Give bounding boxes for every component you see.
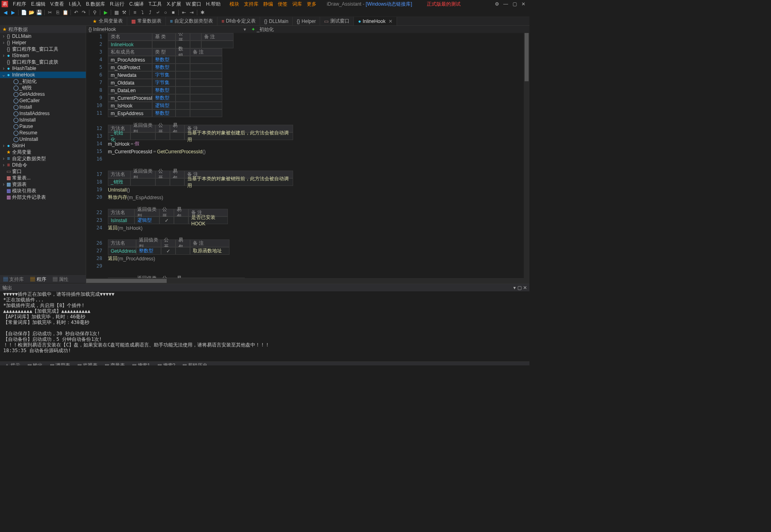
- menu-extra[interactable]: 支持库: [242, 1, 261, 8]
- tree-node[interactable]: ›{}DLLMain: [0, 33, 86, 39]
- toggle-icon[interactable]: ≡: [131, 9, 138, 16]
- menu-item[interactable]: C.编译: [127, 1, 146, 8]
- status-cliphist[interactable]: ▤ 剪辑历史: [179, 362, 211, 365]
- cut-icon[interactable]: ✂: [46, 9, 54, 16]
- code-body[interactable]: 类名 基 类 公开 备 注 InlineHook 私有成员名 类 型: [105, 33, 529, 278]
- menu-item[interactable]: H.帮助: [204, 1, 223, 8]
- status-search2[interactable]: ▤ 搜索2: [154, 362, 179, 365]
- run-icon[interactable]: ▶: [102, 9, 109, 16]
- step-out-icon[interactable]: ⤶: [154, 9, 161, 16]
- dropdown-icon[interactable]: ▾: [513, 285, 516, 291]
- check-icon[interactable]: ✓: [159, 217, 174, 224]
- menu-item[interactable]: E.编辑: [29, 1, 48, 8]
- tree-node[interactable]: ›●SkinH: [0, 142, 86, 149]
- tab-close-icon[interactable]: ✕: [389, 19, 393, 24]
- step-icon[interactable]: ⤵: [139, 9, 146, 16]
- menu-item[interactable]: X.扩展: [164, 1, 183, 8]
- open-icon[interactable]: 📂: [28, 9, 35, 16]
- breadcrumb-class[interactable]: InlineHook: [93, 27, 116, 32]
- bookmark-icon[interactable]: ✱: [199, 9, 206, 16]
- menu-extra[interactable]: 模块: [227, 1, 242, 8]
- menu-item[interactable]: I.插入: [66, 1, 84, 8]
- sidebar-tab-program[interactable]: ▤ 程序: [27, 276, 49, 283]
- tab-helper[interactable]: {}Helper: [293, 17, 320, 25]
- status-calltable[interactable]: ▤ 调用表: [47, 362, 73, 365]
- tab-dll[interactable]: ≡Dll命令定义表: [217, 17, 260, 25]
- tree-node[interactable]: ◯GetCaller: [0, 97, 86, 104]
- tree-node[interactable]: ⌄●InlineHook: [0, 72, 86, 78]
- tree-node[interactable]: ›▦资源表: [0, 181, 86, 188]
- project-tree[interactable]: ›{}DLLMain›{}Helper{}窗口程序集_窗口工具›●IStream…: [0, 33, 86, 284]
- maximize-panel-icon[interactable]: ▢: [517, 285, 522, 291]
- redo-icon[interactable]: ↷: [80, 9, 87, 16]
- method-name[interactable]: _初始化: [108, 132, 130, 140]
- tree-node[interactable]: ›●IHashTable: [0, 65, 86, 72]
- gear-icon[interactable]: ⚙: [492, 0, 501, 8]
- paste-icon[interactable]: 📋: [62, 9, 69, 16]
- forward-icon[interactable]: ▶: [9, 9, 17, 16]
- menu-item[interactable]: T.工具: [146, 1, 164, 8]
- method-note[interactable]: 当基于本类的对象被创建后，此方法会被自动调用: [184, 132, 293, 140]
- tab-types[interactable]: ≡自定义数据类型表: [166, 17, 217, 25]
- tree-node[interactable]: ◯Resume: [0, 130, 86, 136]
- tree-node[interactable]: {}窗口程序集_窗口工具: [0, 46, 86, 52]
- outdent-icon[interactable]: ⇤: [180, 9, 188, 16]
- menu-item[interactable]: W.窗口: [184, 1, 204, 8]
- menu-extra[interactable]: 便签: [275, 1, 290, 8]
- menu-item[interactable]: V.查看: [48, 1, 66, 8]
- step-over-icon[interactable]: ⤴: [147, 9, 154, 16]
- indent-icon[interactable]: ⇥: [188, 9, 195, 16]
- menu-extra[interactable]: 词库: [290, 1, 304, 8]
- check-icon[interactable]: ✓: [161, 247, 176, 255]
- tree-node[interactable]: ›{}Helper: [0, 39, 86, 46]
- breakpoint-icon[interactable]: ○: [162, 9, 169, 16]
- back-icon[interactable]: ◀: [2, 9, 9, 16]
- menu-extra[interactable]: 更多: [304, 1, 319, 8]
- menu-extra[interactable]: 静编: [261, 1, 275, 8]
- undo-icon[interactable]: ↶: [72, 9, 80, 16]
- close-panel-icon[interactable]: ✕: [523, 285, 527, 291]
- sidebar-tab-lib[interactable]: ▤ 支持库: [0, 276, 27, 283]
- tree-node[interactable]: ◯_销毁: [0, 85, 86, 91]
- close-icon[interactable]: ✕: [519, 0, 528, 8]
- compile-icon[interactable]: ▦: [113, 9, 120, 16]
- tree-node[interactable]: ◯Install: [0, 104, 86, 110]
- build-icon[interactable]: ⚒: [120, 9, 128, 16]
- tree-node[interactable]: ◯InstallAddress: [0, 110, 86, 117]
- find-icon[interactable]: ⚲: [91, 9, 98, 16]
- tree-node[interactable]: ▦常量表...: [0, 175, 86, 181]
- output-body[interactable]: ▼▼▼▼▼插件正在加载中，请等待插件加载完成▼▼▼▼▼*正在加载插件...*加载…: [0, 291, 529, 353]
- tree-node[interactable]: ›≡自定义数据类型: [0, 155, 86, 162]
- tree-node[interactable]: ›≡Dll命令: [0, 162, 86, 168]
- tab-dllmain[interactable]: {}DLLMain: [260, 17, 293, 25]
- status-tip[interactable]: ⚠ 提示: [2, 362, 23, 365]
- new-icon[interactable]: 📄: [20, 9, 27, 16]
- tree-node[interactable]: ◯Pause: [0, 123, 86, 130]
- save-icon[interactable]: 💾: [35, 9, 43, 16]
- stop-icon[interactable]: ■: [169, 9, 177, 16]
- status-search1[interactable]: ▤ 搜索1: [129, 362, 153, 365]
- tab-inlinehook[interactable]: ●InlineHook✕: [354, 17, 397, 25]
- status-watch[interactable]: ▤ 监视表: [74, 362, 101, 365]
- tree-node[interactable]: {}窗口程序集_窗口皮肤: [0, 59, 86, 65]
- horizontal-scrollbar[interactable]: [86, 278, 529, 284]
- tab-constants[interactable]: ▦常量数据表: [127, 17, 166, 25]
- tree-node[interactable]: ★全局变量: [0, 149, 86, 155]
- tree-node[interactable]: ▦外部文件记录表: [0, 194, 86, 200]
- status-vars[interactable]: ▤ 变量表: [101, 362, 128, 365]
- tree-node[interactable]: ›●IStream: [0, 52, 86, 59]
- menu-item[interactable]: B.数据库: [84, 1, 107, 8]
- breadcrumb-method[interactable]: _初始化: [257, 26, 274, 33]
- tree-node[interactable]: ▭窗口: [0, 168, 86, 175]
- status-output[interactable]: ▤ 输出: [24, 362, 46, 365]
- tree-node[interactable]: ▦模块引用表: [0, 188, 86, 194]
- dropdown-icon[interactable]: ▾: [242, 27, 247, 32]
- tree-node[interactable]: ◯_初始化: [0, 78, 86, 85]
- tree-node[interactable]: ◯IsInstall: [0, 117, 86, 123]
- tree-node[interactable]: ◯GetAddress: [0, 91, 86, 97]
- tab-testwin[interactable]: ▭测试窗口: [320, 17, 354, 25]
- copy-icon[interactable]: ⎘: [54, 9, 61, 16]
- sidebar-tab-props[interactable]: ▤ 属性: [50, 276, 72, 283]
- class-name[interactable]: InlineHook: [108, 41, 152, 48]
- tree-node[interactable]: ◯UnInstall: [0, 136, 86, 142]
